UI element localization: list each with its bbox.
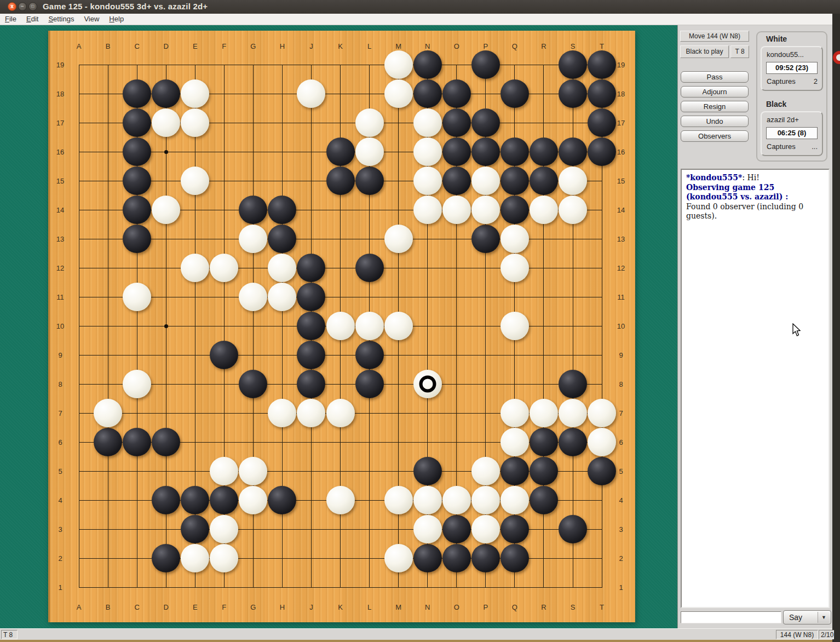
turn-indicator: Black to play bbox=[680, 45, 729, 58]
white-stone-F12 bbox=[210, 254, 238, 282]
black-stone-N18 bbox=[413, 79, 442, 108]
white-stone-Q7 bbox=[500, 399, 529, 427]
say-dropdown[interactable]: Say ▼ bbox=[783, 610, 831, 624]
black-stone-O2 bbox=[442, 544, 471, 572]
menu-edit[interactable]: Edit bbox=[21, 14, 43, 25]
row-label: 2 bbox=[619, 554, 623, 563]
white-stone-E12 bbox=[181, 254, 209, 282]
maximize-button[interactable]: □ bbox=[28, 2, 37, 11]
black-stone-L8 bbox=[355, 370, 384, 398]
chat-input[interactable] bbox=[681, 611, 781, 623]
grid-hline bbox=[79, 297, 602, 297]
minimize-button[interactable]: − bbox=[18, 2, 27, 11]
menu-settings[interactable]: Settings bbox=[43, 14, 79, 25]
chat-line: guests). bbox=[686, 211, 824, 221]
black-captures-label: Captures bbox=[767, 142, 796, 151]
adjourn-button[interactable]: Adjourn bbox=[681, 86, 749, 98]
row-label: 18 bbox=[56, 90, 64, 98]
column-label: L bbox=[367, 42, 371, 50]
black-stone-J11 bbox=[297, 283, 325, 311]
white-stone-J7 bbox=[297, 399, 325, 427]
row-label: 14 bbox=[56, 206, 64, 214]
white-stone-G5 bbox=[239, 457, 267, 485]
black-stone-O18 bbox=[442, 79, 471, 108]
screen: x − □ Game 125 - kondou555 3d+ vs. azazi… bbox=[0, 0, 840, 642]
white-player-name: kondou55... bbox=[767, 50, 804, 59]
row-label: 9 bbox=[58, 351, 62, 359]
black-stone-T5 bbox=[588, 457, 616, 485]
statusbar: T 8 144 (W N8) 2/10 bbox=[0, 628, 832, 640]
black-stone-O3 bbox=[442, 515, 471, 543]
menu-view[interactable]: View bbox=[79, 14, 104, 25]
menu-file[interactable]: File bbox=[0, 14, 21, 25]
white-stone-N17 bbox=[413, 108, 442, 137]
black-stone-H14 bbox=[268, 196, 296, 224]
black-stone-B6 bbox=[94, 428, 122, 456]
column-label: P bbox=[483, 603, 488, 611]
observers-button[interactable]: Observers bbox=[681, 130, 749, 142]
white-stone-K4 bbox=[326, 486, 355, 514]
close-button[interactable]: x bbox=[8, 2, 16, 11]
row-label: 16 bbox=[56, 148, 64, 156]
column-label: D bbox=[163, 603, 168, 611]
black-stone-D6 bbox=[152, 428, 180, 456]
black-stone-S19 bbox=[559, 50, 587, 79]
black-stone-S6 bbox=[559, 428, 587, 456]
black-stone-T16 bbox=[588, 137, 616, 166]
column-label: T bbox=[600, 603, 604, 611]
players-panel: White kondou55... 09:52 (23) Captures 2 … bbox=[756, 31, 827, 162]
column-label: J bbox=[309, 42, 313, 50]
column-label: C bbox=[134, 603, 139, 611]
black-stone-J12 bbox=[297, 254, 325, 282]
row-label: 8 bbox=[58, 380, 62, 388]
black-stone-L12 bbox=[355, 254, 384, 282]
white-stone-J18 bbox=[297, 79, 325, 108]
column-label: O bbox=[454, 42, 459, 50]
sidebar: Move 144 (W N8) Black to play T 8 PassAd… bbox=[677, 25, 832, 628]
white-stone-B7 bbox=[94, 399, 122, 427]
chevron-down-icon[interactable]: ▼ bbox=[818, 612, 830, 623]
column-label: K bbox=[338, 42, 343, 50]
column-label: K bbox=[338, 603, 343, 611]
grid-hline bbox=[79, 355, 602, 356]
black-heading: Black bbox=[766, 100, 786, 108]
titlebar: x − □ Game 125 - kondou555 3d+ vs. azazi… bbox=[0, 0, 840, 14]
white-captures: Captures 2 bbox=[767, 77, 818, 85]
hover-coordinate-indicator: T 8 bbox=[730, 45, 749, 58]
column-label: G bbox=[250, 603, 256, 611]
black-stone-H13 bbox=[268, 225, 296, 253]
row-label: 19 bbox=[56, 61, 64, 69]
column-label: A bbox=[77, 42, 82, 50]
black-stone-Q16 bbox=[500, 137, 529, 166]
row-label: 11 bbox=[56, 293, 64, 301]
white-stone-E17 bbox=[181, 108, 209, 137]
black-stone-Q2 bbox=[500, 544, 529, 572]
white-stone-H7 bbox=[268, 399, 296, 427]
white-clock: 09:52 (23) bbox=[766, 62, 818, 74]
pass-button[interactable]: Pass bbox=[681, 71, 749, 83]
black-stone-D18 bbox=[152, 79, 180, 108]
chat-line: (kondou555 vs. azazil) : bbox=[686, 192, 824, 202]
menu-help[interactable]: Help bbox=[104, 14, 129, 25]
black-stone-F4 bbox=[210, 486, 238, 514]
white-stone-N4 bbox=[413, 486, 442, 514]
white-stone-S14 bbox=[559, 196, 587, 224]
resign-button[interactable]: Resign bbox=[681, 101, 749, 112]
black-stone-G14 bbox=[239, 196, 267, 224]
black-stone-J9 bbox=[297, 341, 325, 369]
undo-button[interactable]: Undo bbox=[681, 116, 749, 127]
black-stone-C18 bbox=[123, 79, 151, 108]
white-stone-M13 bbox=[384, 225, 413, 253]
main-area: AA1919BB1818CC1717DD1616EE1515FF1414GG13… bbox=[0, 25, 832, 628]
menubar: FileEditSettingsViewHelp bbox=[0, 14, 832, 25]
white-stone-C8 bbox=[123, 370, 151, 398]
white-stone-M4 bbox=[384, 486, 413, 514]
white-stone-D14 bbox=[152, 196, 180, 224]
column-label: R bbox=[541, 42, 546, 50]
go-board[interactable]: AA1919BB1818CC1717DD1616EE1515FF1414GG13… bbox=[48, 31, 635, 622]
white-stone-G13 bbox=[239, 225, 267, 253]
black-stone-D4 bbox=[152, 486, 180, 514]
black-stone-C17 bbox=[123, 108, 151, 137]
row-label: 17 bbox=[617, 119, 625, 127]
white-stone-P14 bbox=[471, 196, 500, 224]
